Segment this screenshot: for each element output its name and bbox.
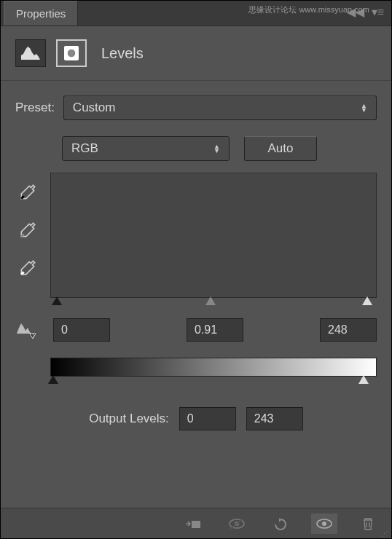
gray-point-eyedropper[interactable] — [15, 218, 40, 243]
output-levels-row: Output Levels: 0 243 — [15, 407, 377, 430]
channel-dropdown[interactable]: RGB ▲▼ — [62, 136, 230, 161]
mask-icon — [64, 46, 79, 60]
input-black-field[interactable]: 0 — [53, 318, 110, 342]
view-previous-button[interactable] — [224, 514, 250, 534]
adjustment-icon-button[interactable] — [15, 39, 46, 67]
channel-row: RGB ▲▼ Auto — [62, 136, 377, 161]
input-white-field[interactable]: 248 — [320, 318, 377, 342]
output-slider-track[interactable] — [50, 375, 377, 387]
eyedropper-column — [15, 173, 40, 298]
white-point-eyedropper[interactable] — [15, 256, 40, 280]
preset-value: Custom — [73, 101, 116, 115]
histogram-display — [50, 173, 377, 298]
output-black-handle[interactable] — [48, 375, 58, 384]
resize-grip-icon[interactable]: ⋰ — [381, 532, 388, 535]
dropdown-arrows-icon: ▲▼ — [361, 103, 367, 112]
preset-row: Preset: Custom ▲▼ — [15, 95, 377, 120]
tab-properties[interactable]: Properties — [4, 1, 78, 25]
delete-button[interactable] — [355, 514, 381, 534]
input-gamma-field[interactable]: 0.91 — [187, 318, 243, 342]
preset-label: Preset: — [15, 101, 55, 115]
auto-button[interactable]: Auto — [244, 136, 317, 161]
bottom-toolbar: ⋰ — [1, 508, 391, 538]
channel-value: RGB — [71, 141, 98, 156]
input-white-handle[interactable] — [362, 296, 372, 305]
histogram-area — [15, 173, 377, 298]
mask-icon-button[interactable] — [56, 39, 87, 67]
preset-dropdown[interactable]: Custom ▲▼ — [63, 95, 377, 120]
black-point-eyedropper[interactable] — [15, 180, 40, 205]
watermark: 思缘设计论坛 www.missyuan.com — [248, 4, 369, 15]
output-white-handle[interactable] — [358, 375, 369, 384]
output-label: Output Levels: — [89, 412, 169, 426]
output-gradient — [50, 358, 377, 377]
dropdown-arrows-icon: ▲▼ — [213, 144, 220, 153]
output-white-field[interactable]: 243 — [246, 407, 303, 430]
levels-icon — [20, 45, 42, 61]
reset-button[interactable] — [267, 514, 294, 534]
input-fields: 0 0.91 248 — [53, 318, 377, 342]
clip-to-layer-button[interactable] — [180, 514, 206, 534]
tab-bar: Properties ◀◀ ▾≡ 思缘设计论坛 www.missyuan.com — [1, 1, 391, 26]
svg-point-6 — [322, 522, 326, 526]
panel-title: Levels — [101, 45, 144, 62]
input-levels-row: ! 0 0.91 248 — [15, 318, 377, 342]
input-gamma-handle[interactable] — [205, 296, 216, 305]
content-area: Preset: Custom ▲▼ RGB ▲▼ Auto — [1, 81, 391, 445]
panel-header: Levels — [1, 26, 391, 81]
panel-menu-icon[interactable]: ▾≡ — [372, 5, 384, 19]
input-slider-track[interactable] — [50, 296, 377, 308]
calculate-histogram-icon[interactable]: ! — [15, 320, 47, 339]
output-black-field[interactable]: 0 — [179, 407, 236, 430]
input-black-handle[interactable] — [52, 296, 62, 305]
toggle-visibility-button[interactable] — [311, 514, 337, 534]
svg-rect-1 — [192, 521, 200, 528]
svg-text:!: ! — [32, 331, 34, 339]
properties-panel: Properties ◀◀ ▾≡ 思缘设计论坛 www.missyuan.com… — [0, 0, 392, 539]
